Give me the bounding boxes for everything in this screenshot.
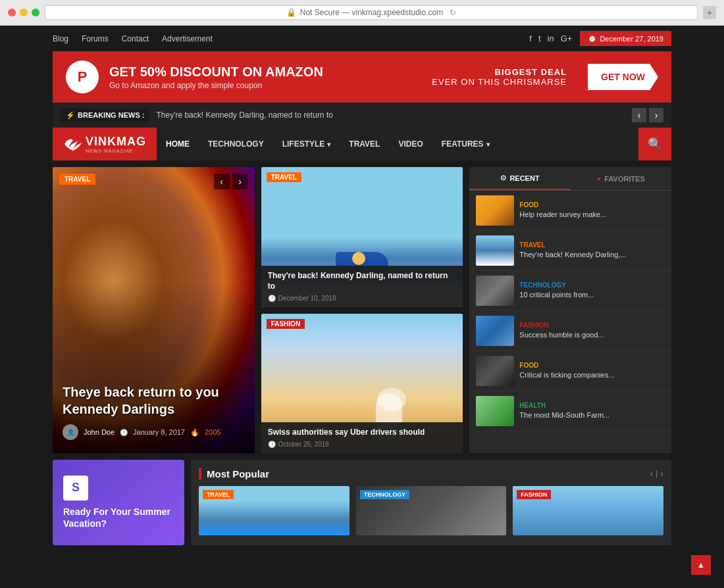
- social-facebook-icon[interactable]: f: [529, 34, 532, 43]
- card-fashion[interactable]: FASHION Swiss authorities say Uber drive…: [261, 314, 463, 454]
- feature-next-button[interactable]: ›: [232, 174, 248, 189]
- nav-home[interactable]: HOME: [157, 128, 199, 160]
- bottom-section: S Ready For Your Summer Vacation? Most P…: [53, 460, 671, 545]
- sidebar-item[interactable]: FASHION Success humble is good...: [469, 311, 671, 351]
- card-fashion-tag: FASHION: [267, 319, 305, 329]
- top-nav-links: Blog Forums Contact Advertisement: [53, 34, 213, 43]
- nav-features[interactable]: FEATURES ▾: [432, 128, 499, 160]
- sidebar-item-content: FASHION Success humble is good...: [519, 322, 604, 339]
- card-travel-date: 🕐 December 10, 2018: [268, 295, 457, 302]
- clock-meta-icon: 🕐: [120, 429, 128, 436]
- breaking-news-badge: ⚡ BREAKING NEWS :: [61, 109, 149, 122]
- traffic-light-yellow[interactable]: [20, 9, 28, 16]
- reload-icon[interactable]: ↻: [450, 8, 456, 17]
- content-area: TRAVEL ‹ › Theye back return to you Kenn…: [53, 167, 671, 453]
- nav-features-label: FEATURES: [442, 139, 484, 149]
- nav-advertisement[interactable]: Advertisement: [162, 34, 213, 43]
- most-popular-next-button[interactable]: ›: [660, 468, 663, 479]
- card-travel-date-text: December 10, 2018: [278, 295, 336, 302]
- most-popular-cards: TRAVEL TECHNOLOGY FASHION: [199, 486, 663, 535]
- new-tab-button[interactable]: +: [703, 6, 716, 19]
- sidebar-tabs: ⊙ RECENT ♥ FAVORITES: [469, 167, 671, 191]
- card-fashion-title: Swiss authorities say Uber drivers shoul…: [268, 428, 457, 438]
- breaking-news-nav: ‹ ›: [632, 108, 663, 122]
- nav-lifestyle[interactable]: LIFESTYLE ▾: [273, 128, 340, 160]
- feature-views: 2005: [205, 428, 220, 436]
- sidebar-item-content: FOOD Critical is ticking companies...: [519, 362, 614, 380]
- main-nav: HOME TECHNOLOGY LIFESTYLE ▾ TRAVEL VIDEO…: [157, 128, 638, 160]
- sidebar-thumb-fashion1: [476, 316, 514, 346]
- logo-icon: VINKMAG NEWS MAGAZINE: [63, 135, 146, 153]
- mp-card-travel[interactable]: TRAVEL: [199, 486, 349, 535]
- search-button[interactable]: 🔍: [638, 128, 671, 160]
- tab-recent-label: RECENT: [509, 174, 539, 182]
- sidebar-item[interactable]: TECHNOLOGY 10 critical points from...: [469, 271, 671, 311]
- nav-video[interactable]: VIDEO: [389, 128, 432, 160]
- title-accent: [199, 468, 201, 479]
- breaking-news-next-button[interactable]: ›: [649, 108, 663, 122]
- sidebar-item[interactable]: HEALTH The most Mid-South Farm...: [469, 391, 671, 431]
- feature-prev-button[interactable]: ‹: [214, 174, 230, 189]
- traffic-light-green[interactable]: [32, 9, 39, 16]
- ad-cta-button[interactable]: GET NOW: [588, 64, 658, 90]
- feature-nav-buttons: ‹ ›: [214, 174, 248, 189]
- tab-favorites[interactable]: ♥ FAVORITES: [571, 167, 671, 190]
- mp-card-fashion[interactable]: FASHION: [513, 486, 663, 535]
- lock-icon: 🔒: [286, 8, 296, 17]
- nav-forums[interactable]: Forums: [82, 34, 109, 43]
- card-fashion-body: Swiss authorities say Uber drivers shoul…: [261, 422, 463, 453]
- scroll-to-top-button[interactable]: ▲: [691, 555, 711, 575]
- author-avatar: 👤: [63, 424, 78, 440]
- breaking-news-text: They're back! Kennedy Darling, named to …: [156, 110, 625, 120]
- most-popular-prev-button[interactable]: ‹: [650, 468, 654, 479]
- tab-favorites-label: FAVORITES: [604, 175, 645, 183]
- sidebar-items-list: FOOD Help reader survey make... TRAVEL T…: [469, 191, 671, 453]
- most-popular-header: Most Popular ‹ | ›: [199, 468, 663, 479]
- chevron-down-features-icon: ▾: [486, 141, 490, 148]
- ad-deal-line1: BIGGEST DEAL: [432, 67, 567, 77]
- traffic-light-red[interactable]: [8, 9, 16, 16]
- breaking-news-prev-button[interactable]: ‹: [632, 108, 646, 122]
- most-popular-label: Most Popular: [207, 468, 269, 479]
- social-googleplus-icon[interactable]: G+: [561, 34, 573, 43]
- sidebar-item-content: TECHNOLOGY 10 critical points from...: [519, 282, 594, 299]
- author-name: John Doe: [84, 428, 115, 436]
- card-travel-title: They're back! Kennedy Darling, named to …: [268, 271, 457, 291]
- address-text: Not Secure — vinkmag.xpeedstudio.com: [300, 8, 443, 17]
- sidebar-item-content: FOOD Help reader survey make...: [519, 201, 606, 219]
- feature-title: Theye back return to you Kennedy Darling…: [63, 383, 245, 418]
- tab-recent[interactable]: ⊙ RECENT: [469, 167, 570, 190]
- top-nav-right: f t in G+ ⏰ December 27, 2019: [529, 31, 671, 46]
- nav-technology[interactable]: TECHNOLOGY: [199, 128, 273, 160]
- sidebar-thumb-food1: [476, 195, 514, 226]
- card-travel[interactable]: TRAVEL They're back! Kennedy Darling, na…: [261, 167, 463, 307]
- nav-travel[interactable]: TRAVEL: [340, 128, 389, 160]
- social-icons: f t in G+: [529, 34, 572, 43]
- sidebar-cat-food2: FOOD: [519, 362, 614, 369]
- address-bar[interactable]: 🔒 Not Secure — vinkmag.xpeedstudio.com ↻: [45, 5, 698, 20]
- nav-blog[interactable]: Blog: [53, 34, 68, 43]
- ad-text-block: GET 50% DISCOUNT ON AMAZON Go to Amazon …: [109, 64, 421, 90]
- sidebar-title-health1: The most Mid-South Farm...: [519, 410, 609, 420]
- date-badge: ⏰ December 27, 2019: [580, 31, 671, 46]
- ad-logo-letter: P: [78, 68, 88, 86]
- sidebar-cat-food1: FOOD: [519, 201, 606, 208]
- clock-card2-icon: 🕐: [268, 441, 276, 448]
- feature-main-card: TRAVEL ‹ › Theye back return to you Kenn…: [53, 167, 255, 453]
- ad-logo: P: [66, 61, 99, 93]
- bottom-ad-block[interactable]: S Ready For Your Summer Vacation?: [53, 460, 184, 545]
- logo-tagline: NEWS MAGAZINE: [86, 149, 146, 153]
- social-linkedin-icon[interactable]: in: [548, 34, 554, 43]
- ad-title: GET 50% DISCOUNT ON AMAZON: [109, 64, 421, 80]
- sidebar-item[interactable]: FOOD Critical is ticking companies...: [469, 351, 671, 391]
- sidebar-title-travel1: They're back! Kennedy Darling,...: [519, 250, 626, 259]
- card-fashion-date-text: October 26, 2018: [278, 441, 329, 448]
- sidebar-title-food1: Help reader survey make...: [519, 210, 606, 219]
- breaking-news-bar: ⚡ BREAKING NEWS : They're back! Kennedy …: [53, 103, 671, 128]
- sidebar-cat-health1: HEALTH: [519, 402, 609, 409]
- sidebar-item[interactable]: FOOD Help reader survey make...: [469, 191, 671, 231]
- sidebar-item[interactable]: TRAVEL They're back! Kennedy Darling,...: [469, 231, 671, 271]
- nav-contact[interactable]: Contact: [122, 34, 149, 43]
- mp-card-technology[interactable]: TECHNOLOGY: [356, 486, 507, 535]
- social-twitter-icon[interactable]: t: [538, 34, 541, 43]
